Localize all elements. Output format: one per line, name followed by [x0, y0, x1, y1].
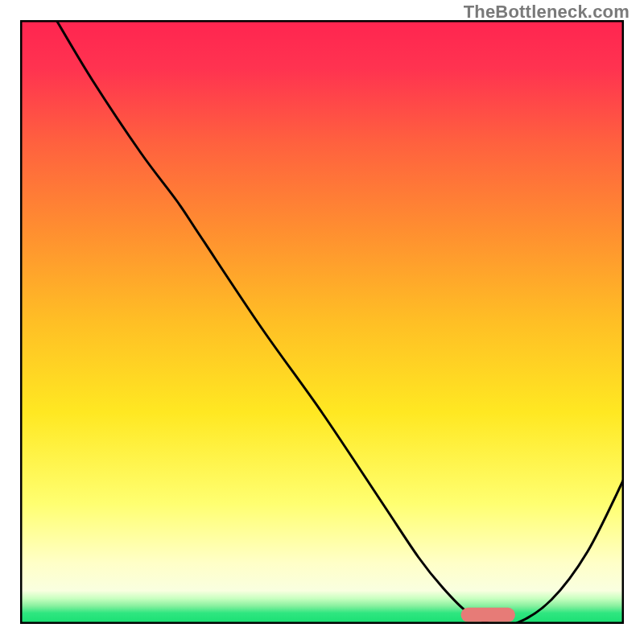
plot-area [20, 20, 624, 624]
gradient-rect [20, 20, 624, 624]
chart-svg [20, 20, 624, 624]
optimum-marker [461, 608, 516, 622]
